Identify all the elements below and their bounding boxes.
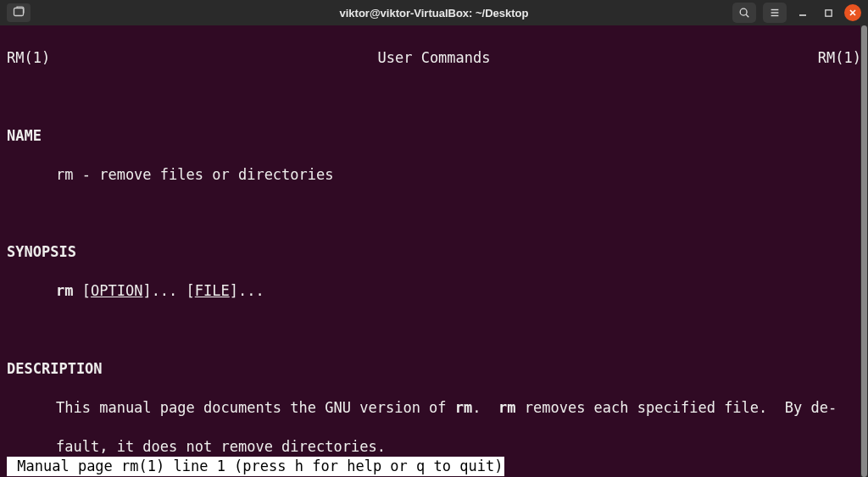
svg-rect-7 — [825, 9, 831, 15]
search-button[interactable] — [732, 3, 756, 23]
section-name-heading: NAME — [7, 126, 861, 146]
hamburger-icon — [769, 7, 781, 19]
hamburger-menu-button[interactable] — [763, 3, 787, 23]
svg-rect-0 — [14, 8, 24, 16]
synopsis-cmd: rm — [56, 282, 73, 299]
window-title: viktor@viktor-VirtualBox: ~/Desktop — [339, 7, 528, 19]
search-icon — [738, 7, 750, 19]
scrollbar-thumb[interactable] — [861, 25, 867, 477]
close-button[interactable] — [844, 4, 861, 21]
terminal-content[interactable]: RM(1)User CommandsRM(1) NAME rm - remove… — [0, 25, 868, 477]
man-header-center: User Commands — [377, 48, 490, 68]
desc-p1-l1: This manual page documents the GNU versi… — [7, 398, 861, 418]
maximize-icon — [824, 8, 833, 18]
svg-line-2 — [746, 14, 748, 17]
man-header-right: RM(1) — [818, 48, 861, 68]
name-line: rm - remove files or directories — [7, 165, 861, 185]
man-header-line: RM(1)User CommandsRM(1) — [7, 48, 861, 68]
maximize-button[interactable] — [819, 3, 837, 22]
synopsis-option: OPTION — [91, 282, 142, 299]
svg-point-1 — [740, 8, 747, 15]
man-header-left: RM(1) — [7, 48, 50, 68]
synopsis-line: rm [OPTION]... [FILE]... — [7, 281, 861, 301]
minimize-button[interactable] — [793, 3, 812, 22]
desc-p1-l2: fault, it does not remove directories. — [7, 437, 861, 457]
scrollbar[interactable] — [860, 25, 868, 477]
less-status-bar: Manual page rm(1) line 1 (press h for he… — [7, 457, 504, 476]
window-titlebar: viktor@viktor-VirtualBox: ~/Desktop — [0, 0, 868, 25]
section-description-heading: DESCRIPTION — [7, 359, 861, 379]
synopsis-file: FILE — [195, 282, 230, 299]
new-tab-button[interactable] — [7, 3, 31, 22]
section-synopsis-heading: SYNOPSIS — [7, 242, 861, 262]
minimize-icon — [798, 8, 808, 18]
close-icon — [849, 8, 857, 17]
tab-icon — [12, 6, 25, 19]
